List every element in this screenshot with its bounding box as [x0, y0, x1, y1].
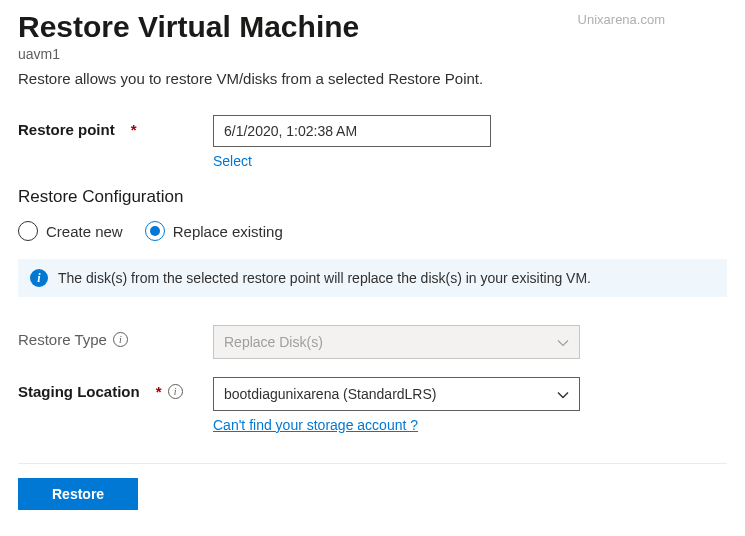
info-icon: i — [30, 269, 48, 287]
radio-replace-existing-label: Replace existing — [173, 223, 283, 240]
restore-point-input[interactable] — [213, 115, 491, 147]
restore-point-row: Restore point * Select — [18, 115, 727, 169]
info-banner: i The disk(s) from the selected restore … — [18, 259, 727, 297]
select-restore-point-link[interactable]: Select — [213, 153, 252, 169]
info-circle-icon[interactable]: i — [113, 332, 128, 347]
storage-account-help-link[interactable]: Can't find your storage account ? — [213, 417, 418, 433]
radio-unchecked-icon — [18, 221, 38, 241]
staging-location-value: bootdiagunixarena (StandardLRS) — [224, 386, 436, 402]
restore-config-radio-group: Create new Replace existing — [18, 221, 727, 241]
restore-config-header: Restore Configuration — [18, 187, 727, 207]
radio-create-new[interactable]: Create new — [18, 221, 123, 241]
staging-location-label: Staging Location * i — [18, 377, 213, 400]
restore-type-dropdown: Replace Disk(s) — [213, 325, 580, 359]
restore-point-label: Restore point * — [18, 115, 213, 138]
restore-type-label: Restore Type i — [18, 325, 213, 348]
required-asterisk: * — [156, 383, 162, 400]
description-text: Restore allows you to restore VM/disks f… — [18, 70, 727, 87]
restore-button[interactable]: Restore — [18, 478, 138, 510]
chevron-down-icon — [557, 336, 569, 348]
required-asterisk: * — [131, 121, 137, 138]
info-banner-text: The disk(s) from the selected restore po… — [58, 270, 591, 286]
radio-checked-icon — [145, 221, 165, 241]
staging-location-dropdown[interactable]: bootdiagunixarena (StandardLRS) — [213, 377, 580, 411]
info-circle-icon[interactable]: i — [168, 384, 183, 399]
chevron-down-icon — [557, 388, 569, 400]
watermark: Unixarena.com — [578, 12, 665, 27]
radio-create-new-label: Create new — [46, 223, 123, 240]
restore-type-value: Replace Disk(s) — [224, 334, 323, 350]
staging-location-row: Staging Location * i bootdiagunixarena (… — [18, 377, 727, 433]
radio-replace-existing[interactable]: Replace existing — [145, 221, 283, 241]
vm-name-subtitle: uavm1 — [18, 46, 727, 62]
restore-type-row: Restore Type i Replace Disk(s) — [18, 325, 727, 359]
divider — [18, 463, 727, 464]
